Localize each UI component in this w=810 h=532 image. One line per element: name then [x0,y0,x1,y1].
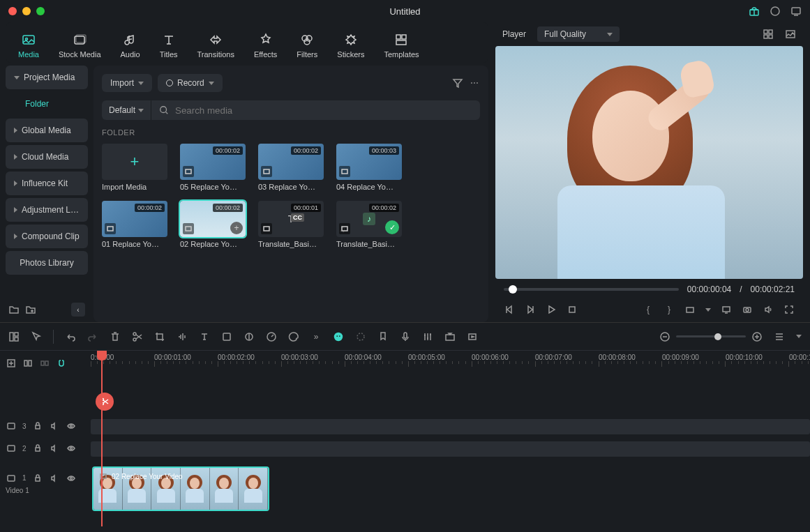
mark-in-icon[interactable]: { [643,304,654,315]
scissors-icon[interactable] [132,331,143,342]
layout-icon[interactable] [8,331,20,342]
display-icon[interactable] [790,6,802,17]
progress-bar[interactable] [504,288,679,291]
chevron-down-icon[interactable] [796,335,802,338]
search-input[interactable] [175,105,473,116]
eye-icon[interactable] [66,420,77,432]
minimize-window[interactable] [22,7,31,15]
track-body[interactable]: 02 Replace Your Video [91,376,810,526]
track-lane-3[interactable] [91,419,810,434]
ai-icon[interactable] [333,331,344,342]
zoom-thumb[interactable] [714,333,721,340]
add-icon[interactable]: + [230,222,243,234]
more-icon[interactable]: ⋯ [469,77,480,89]
mute-icon[interactable] [49,420,60,432]
track-snap-icon[interactable] [39,358,50,369]
zoom-slider[interactable] [676,335,746,337]
eye-icon[interactable] [66,443,77,454]
speed-icon[interactable] [266,331,277,342]
monitor-icon[interactable] [721,304,732,315]
trash-icon[interactable] [110,331,121,342]
marker-icon[interactable] [377,331,389,342]
playhead[interactable] [101,351,103,376]
cursor-icon[interactable] [31,331,42,342]
media-clip[interactable]: 00:00:0205 Replace Yo… [180,144,246,191]
chevron-down-icon[interactable] [705,308,711,312]
tab-audio[interactable]: Audio [111,28,150,63]
palette-icon[interactable] [288,331,299,342]
mic-icon[interactable] [400,331,411,342]
record-button[interactable]: Record [158,74,223,92]
track-lane-2[interactable] [91,441,810,457]
track-link-icon[interactable] [22,358,33,369]
audio-mixer-icon[interactable] [422,331,433,342]
snapshot-icon[interactable] [742,304,753,315]
circle-icon[interactable] [770,6,781,17]
tab-stickers[interactable]: Stickers [327,28,374,63]
sidebar-project-media[interactable]: Project Media [6,66,88,89]
tab-media[interactable]: Media [8,28,49,63]
list-icon[interactable] [774,331,785,342]
text-icon[interactable] [199,331,210,342]
filter-icon[interactable] [452,77,463,89]
sort-dropdown[interactable]: Default [102,100,151,120]
track-head-3[interactable]: 3 [0,415,91,437]
lock-icon[interactable] [32,443,43,454]
eye-icon[interactable] [66,473,77,484]
quality-dropdown[interactable]: Full Quality [537,26,620,42]
collapse-sidebar[interactable]: ‹ [71,303,85,317]
undo-icon[interactable] [65,331,76,342]
mute-icon[interactable] [49,473,60,484]
sidebar-photos-library[interactable]: Photos Library [6,251,88,275]
search-box[interactable] [151,100,480,120]
zoom-out-icon[interactable] [659,331,670,342]
color-icon[interactable] [243,331,255,342]
prev-frame-icon[interactable] [504,304,515,315]
timeline-ruler[interactable]: 0:00:0000:00:01:0000:00:02:0000:00:03:00… [91,351,810,376]
sidebar-cloud-media[interactable]: Cloud Media [6,145,88,169]
zoom-in-icon[interactable] [751,331,763,342]
media-clip[interactable]: 00:00:0203 Replace Yo… [258,144,324,191]
render-icon[interactable] [467,331,478,342]
sidebar-influence-kit[interactable]: Influence Kit [6,172,88,195]
media-clip[interactable]: 00:00:0201 Replace Yo… [102,201,167,248]
tab-stock-media[interactable]: Stock Media [49,28,111,63]
media-clip[interactable]: 00:00:02+02 Replace Yo… [180,201,246,248]
scissors-playhead-icon[interactable] [96,393,114,411]
grid-view-icon[interactable] [763,29,774,40]
track-add-icon[interactable] [6,358,17,369]
track-head-1[interactable]: 1Video 1 [0,459,91,507]
tab-effects[interactable]: Effects [244,28,287,63]
crop-icon[interactable] [154,331,165,342]
mask-icon[interactable] [221,331,232,342]
sidebar-compound-clip[interactable]: Compound Clip [6,225,88,248]
media-clip[interactable]: 00:00:02♪♫✓Translate_Basi… [336,201,402,248]
media-clip[interactable]: 00:00:0304 Replace Yo… [336,144,402,191]
keyframe-icon[interactable] [444,331,456,342]
track-head-2[interactable]: 2 [0,437,91,459]
more-tools-icon[interactable]: » [310,331,322,342]
mark-out-icon[interactable]: } [663,304,675,315]
audio-icon[interactable] [177,331,188,342]
redo-icon[interactable] [87,331,98,342]
tab-titles[interactable]: Titles [150,28,188,63]
gift-icon[interactable] [749,6,760,17]
media-clip[interactable]: 00:00:01TCCTranslate_Basi… [258,201,324,248]
player-viewport[interactable] [495,46,803,279]
fullscreen-icon[interactable] [783,304,795,315]
stop-icon[interactable] [567,304,578,315]
ratio-icon[interactable] [684,304,696,315]
sidebar-global-media[interactable]: Global Media [6,119,88,142]
settings-icon[interactable] [355,331,366,342]
progress-thumb[interactable] [509,285,517,294]
tab-transitions[interactable]: Transitions [188,28,244,63]
new-folder-icon[interactable] [8,304,20,315]
next-frame-icon[interactable] [525,304,536,315]
sidebar-adjustment-layer[interactable]: Adjustment L… [6,198,88,222]
mute-icon[interactable] [49,443,60,454]
timeline-clip[interactable]: 02 Replace Your Video [92,466,269,511]
media-clip[interactable]: +Import Media [102,144,167,191]
image-icon[interactable] [785,29,796,40]
tab-filters[interactable]: Filters [287,28,327,63]
lock-icon[interactable] [32,473,43,484]
